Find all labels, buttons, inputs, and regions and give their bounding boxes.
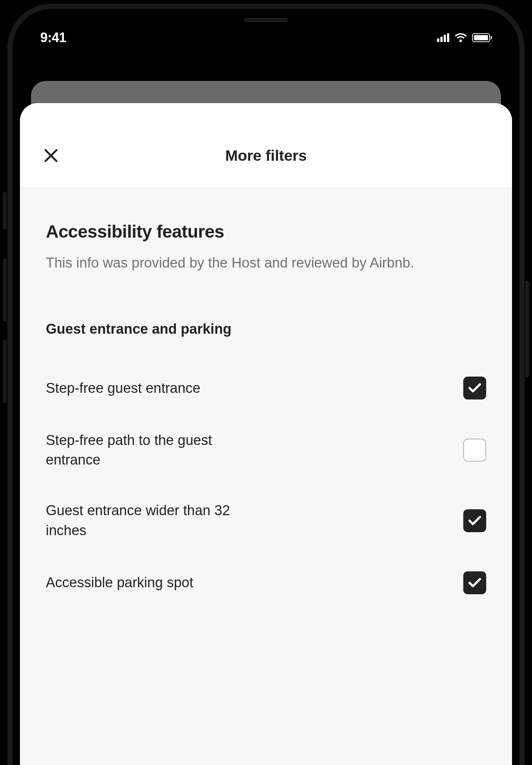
cellular-signal-icon	[437, 33, 449, 42]
filter-row-accessible-parking[interactable]: Accessible parking spot	[46, 556, 486, 610]
phone-power-button	[525, 281, 529, 377]
checkbox-accessible-parking[interactable]	[463, 571, 486, 594]
checkmark-icon	[468, 516, 481, 526]
subsection-title: Guest entrance and parking	[46, 321, 486, 337]
checkmark-icon	[468, 578, 481, 588]
phone-volume-up-button	[3, 259, 7, 322]
filter-row-wide-entrance[interactable]: Guest entrance wider than 32 inches	[46, 485, 486, 555]
filter-row-step-free-path[interactable]: Step-free path to the guest entrance	[46, 415, 486, 485]
filter-label: Step-free path to the guest entrance	[46, 431, 267, 470]
section-description: This info was provided by the Host and r…	[46, 253, 442, 273]
checkbox-wide-entrance[interactable]	[463, 509, 486, 532]
battery-icon	[472, 33, 492, 42]
phone-speaker	[244, 18, 288, 22]
modal-title: More filters	[225, 147, 307, 164]
checkbox-step-free-path[interactable]	[463, 439, 486, 462]
status-indicators	[437, 33, 492, 42]
wifi-icon	[454, 33, 467, 42]
section-title: Accessibility features	[46, 221, 486, 242]
close-icon	[44, 149, 58, 163]
modal-content[interactable]: Accessibility features This info was pro…	[20, 188, 512, 765]
filter-label: Guest entrance wider than 32 inches	[46, 501, 267, 540]
status-time: 9:41	[40, 30, 66, 45]
checkbox-step-free-entrance[interactable]	[463, 377, 486, 400]
phone-volume-down-button	[3, 340, 7, 403]
filters-modal: More filters Accessibility features This…	[20, 103, 512, 765]
checkmark-icon	[468, 383, 481, 393]
phone-screen: 9:41	[13, 9, 519, 765]
phone-side-button	[3, 192, 7, 229]
phone-frame: 9:41	[7, 4, 525, 765]
filter-label: Accessible parking spot	[46, 573, 267, 592]
filter-row-step-free-entrance[interactable]: Step-free guest entrance	[46, 361, 486, 415]
phone-notch	[188, 9, 344, 30]
modal-header: More filters	[20, 103, 512, 188]
close-button[interactable]	[42, 147, 60, 164]
filter-label: Step-free guest entrance	[46, 378, 267, 398]
